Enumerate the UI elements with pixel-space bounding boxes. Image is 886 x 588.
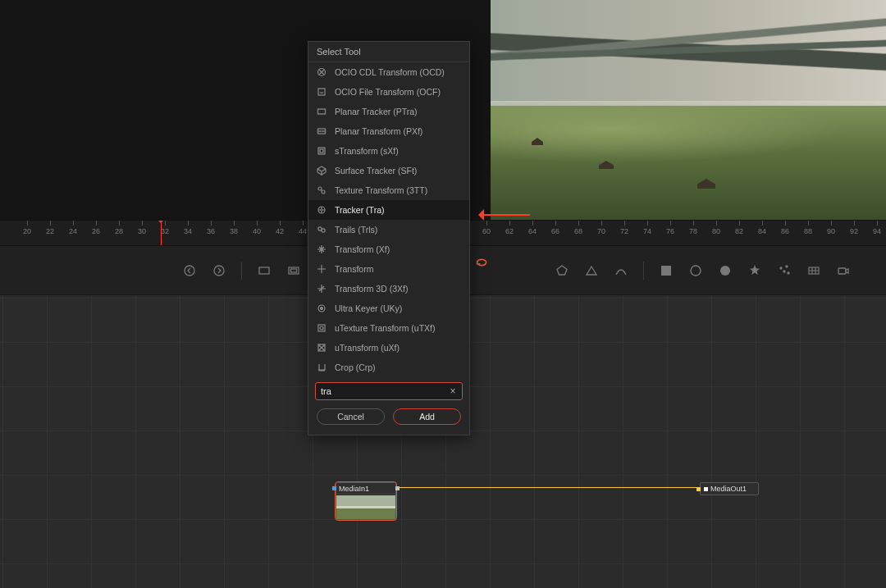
- svg-point-22: [322, 190, 325, 194]
- tool-triangle-icon[interactable]: [582, 262, 601, 280]
- tool-item-label: Tracker (Tra): [335, 205, 384, 215]
- tool-icon: [315, 164, 328, 177]
- tool-item-label: Transform 3D (3Xf): [335, 284, 408, 294]
- tool-icon: [315, 144, 328, 157]
- ruler-tick: 66: [551, 227, 559, 235]
- tool-item-label: Texture Transform (3TT): [335, 185, 427, 195]
- shape-circle-fill-icon[interactable]: [716, 262, 734, 280]
- tool-item[interactable]: Surface Tracker (SFt): [308, 161, 469, 180]
- shape-square-icon[interactable]: [657, 262, 675, 280]
- tool-icon: [315, 282, 328, 295]
- tool-item-label: Transform: [335, 264, 373, 274]
- node-label-text: MediaIn1: [339, 485, 369, 493]
- svg-rect-19: [318, 148, 325, 154]
- ruler-tick: 74: [643, 227, 651, 235]
- tool-item[interactable]: Crop (Crp): [308, 358, 469, 376]
- tool-item-label: OCIO File Transform (OCF): [335, 87, 441, 97]
- tool-item[interactable]: uTexture Transform (uTXf): [308, 318, 469, 338]
- cancel-button[interactable]: Cancel: [317, 408, 385, 425]
- ruler-tick: 90: [827, 227, 835, 235]
- tool-list[interactable]: OCIO CDL Transform (OCD)OCIO File Transf…: [308, 62, 469, 376]
- viewer-right[interactable]: [491, 0, 886, 220]
- ruler-tick: 22: [46, 227, 54, 235]
- tool-item-label: Surface Tracker (SFt): [335, 166, 417, 175]
- node-label-text: MediaOut1: [710, 485, 747, 493]
- ruler-tick: 68: [574, 227, 582, 235]
- ruler-tick: 72: [620, 227, 628, 235]
- tool-item-label: uTexture Transform (uTXf): [335, 323, 436, 333]
- shape-star-icon[interactable]: [746, 262, 764, 280]
- tool-item[interactable]: uTransform (uXf): [308, 338, 469, 358]
- node-output-port[interactable]: [395, 486, 400, 490]
- search-row: ×: [315, 382, 463, 400]
- tool-item[interactable]: Transform (Xf): [308, 239, 469, 259]
- tool-item[interactable]: Tracker (Tra): [308, 200, 469, 220]
- svg-point-29: [320, 326, 323, 330]
- tool-icon: [315, 302, 328, 315]
- tool-frame-icon[interactable]: [285, 262, 303, 280]
- tool-item-label: Planar Tracker (PTra): [335, 107, 418, 116]
- annotation-arrow: [473, 209, 530, 221]
- ruler-tick: 28: [115, 227, 123, 235]
- clear-search-icon[interactable]: ×: [447, 385, 459, 397]
- node-input-port[interactable]: [332, 486, 336, 490]
- tool-item[interactable]: Planar Transform (PXf): [308, 121, 469, 141]
- node-input-port[interactable]: [696, 487, 701, 491]
- tool-pentagon-icon[interactable]: [553, 262, 571, 280]
- ruler-tick: 78: [689, 227, 697, 235]
- shape-circle-outline-icon[interactable]: [687, 262, 705, 280]
- svg-rect-14: [838, 268, 846, 274]
- tool-item-label: Crop (Crp): [335, 362, 376, 372]
- tool-icon: [315, 262, 328, 276]
- dialog-button-row: Cancel Add: [308, 408, 469, 435]
- tool-particles-icon[interactable]: [775, 262, 793, 280]
- ruler-tick: 88: [804, 227, 812, 235]
- tool-rect-icon[interactable]: [255, 262, 273, 280]
- svg-point-10: [786, 266, 788, 267]
- tool-icon: [315, 105, 328, 118]
- ruler-tick: 94: [873, 227, 881, 235]
- reload-icon[interactable]: [474, 256, 492, 271]
- ruler-tick: 86: [781, 227, 789, 235]
- tool-item[interactable]: Transform: [308, 259, 469, 279]
- svg-point-1: [214, 266, 224, 276]
- add-button[interactable]: Add: [393, 408, 461, 425]
- tool-item-label: uTransform (uXf): [335, 343, 400, 353]
- svg-rect-28: [318, 325, 325, 331]
- ruler-tick: 36: [207, 227, 215, 235]
- separator: [241, 262, 242, 280]
- nav-back-icon[interactable]: [180, 262, 199, 280]
- tool-icon: [315, 361, 328, 374]
- tool-item[interactable]: Planar Tracker (PTra): [308, 102, 469, 121]
- tool-item[interactable]: Ultra Keyer (UKy): [308, 299, 469, 318]
- svg-rect-20: [320, 149, 323, 153]
- svg-point-12: [788, 272, 789, 274]
- tool-search-input[interactable]: [315, 382, 463, 400]
- ruler-tick: 44: [299, 227, 307, 235]
- node-dot-icon: [704, 487, 708, 491]
- tool-item[interactable]: Trails (Trls): [308, 220, 469, 239]
- tool-icon: [315, 203, 328, 217]
- ruler-tick: 40: [253, 227, 261, 235]
- tool-item-label: sTransform (sXf): [335, 146, 399, 156]
- svg-point-21: [318, 187, 322, 190]
- svg-rect-2: [259, 267, 269, 274]
- svg-rect-3: [289, 267, 299, 274]
- ruler-tick: 92: [850, 227, 858, 235]
- node-mediain1[interactable]: MediaIn1: [336, 482, 396, 520]
- tool-curve-icon[interactable]: [612, 262, 630, 280]
- tool-grid-icon[interactable]: [805, 262, 823, 280]
- ruler-tick: 70: [597, 227, 605, 235]
- tool-item[interactable]: Texture Transform (3TT): [308, 180, 469, 200]
- tool-camera-icon[interactable]: [834, 262, 852, 280]
- tool-item[interactable]: sTransform (sXf): [308, 141, 469, 161]
- ruler-tick: 24: [69, 227, 77, 235]
- node-mediaout1[interactable]: MediaOut1: [700, 482, 759, 495]
- tool-item-label: Trails (Trls): [335, 225, 377, 235]
- nav-fwd-icon[interactable]: [210, 262, 228, 280]
- select-tool-dialog: Select Tool OCIO CDL Transform (OCD)OCIO…: [308, 41, 470, 435]
- tool-item-label: OCIO CDL Transform (OCD): [335, 67, 445, 77]
- tool-item[interactable]: OCIO File Transform (OCF): [308, 82, 469, 102]
- tool-item[interactable]: OCIO CDL Transform (OCD): [308, 62, 469, 82]
- tool-item[interactable]: Transform 3D (3Xf): [308, 279, 469, 299]
